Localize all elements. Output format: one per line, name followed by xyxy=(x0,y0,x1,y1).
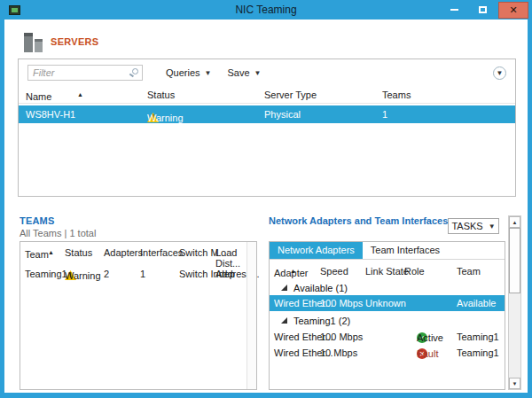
teams-table: Team▲ Status Adapters Interfaces Switch … xyxy=(20,241,257,390)
server-row-selected[interactable]: WS8HV-H1 Warning Physical 1 xyxy=(19,105,515,123)
tasks-button[interactable]: TASKS▼ xyxy=(448,218,499,234)
servers-toolbar: Queries▼ Save▼ ▼ xyxy=(19,59,515,86)
adapter-speed: 10 Mbps xyxy=(320,347,357,358)
servers-heading: SERVERS xyxy=(51,36,98,47)
sort-ascending-icon: ▲ xyxy=(290,268,296,274)
group-header-available[interactable]: Available (1) xyxy=(281,282,348,294)
team-status: Warning xyxy=(65,270,101,281)
column-header-role[interactable]: Role xyxy=(404,266,425,277)
team-interfaces-count: 1 xyxy=(140,269,145,279)
adapter-link-state: Unknown xyxy=(365,298,406,308)
team-adapters-count: 2 xyxy=(104,269,109,279)
server-type: Physical xyxy=(264,109,301,120)
collapse-chevron-button[interactable]: ▼ xyxy=(493,66,506,80)
adapter-speed: 100 Mbps xyxy=(320,298,363,308)
window-content: SERVERS Queries▼ Save▼ ▼ Name▲ Status Se xyxy=(4,20,528,393)
filter-input[interactable] xyxy=(27,65,143,81)
search-icon xyxy=(132,68,138,74)
column-header-interfaces[interactable]: Interfaces xyxy=(140,247,183,258)
server-name: WS8HV-H1 xyxy=(26,109,75,120)
teams-table-header: Team▲ Status Adapters Interfaces Switch … xyxy=(20,246,256,261)
column-header-speed[interactable]: Speed xyxy=(320,266,348,277)
adapters-table: Network Adapters Team Interfaces Adapter… xyxy=(269,241,505,390)
column-header-server-type[interactable]: Server Type xyxy=(264,90,317,100)
adapter-role: Fault xyxy=(417,348,438,359)
column-header-status[interactable]: Status xyxy=(147,90,175,100)
chevron-down-icon: ▼ xyxy=(205,69,212,77)
server-teams-count: 1 xyxy=(382,109,387,120)
save-dropdown[interactable]: Save▼ xyxy=(227,67,261,78)
column-header-teams[interactable]: Teams xyxy=(382,90,411,100)
adapters-panel-heading: Network Adapters and Team Interfaces xyxy=(269,215,455,226)
teams-subtitle: All Teams | 1 total xyxy=(20,228,96,238)
sort-ascending-icon: ▲ xyxy=(77,91,83,98)
queries-dropdown[interactable]: Queries▼ xyxy=(166,67,211,78)
tab-team-interfaces[interactable]: Team Interfaces xyxy=(363,242,448,259)
close-icon: ✕ xyxy=(509,4,517,16)
adapter-team: Available xyxy=(457,298,496,308)
sort-ascending-icon: ▲ xyxy=(48,249,54,255)
column-header-adapters[interactable]: Adapters xyxy=(104,247,143,258)
adapter-speed: 100 Mbps xyxy=(320,332,363,342)
adapter-row[interactable]: Wired Ether... 10 Mbps ↓Disconnected ✕Fa… xyxy=(270,346,505,363)
minimize-button[interactable] xyxy=(442,2,466,18)
adapter-team: Teaming1 xyxy=(457,332,499,342)
maximize-icon xyxy=(479,6,487,13)
column-header-status[interactable]: Status xyxy=(65,247,92,258)
vertical-scrollbar[interactable]: ▲ ▼ xyxy=(508,215,521,390)
servers-icon xyxy=(24,33,47,52)
scrollbar-thumb[interactable] xyxy=(509,228,520,293)
adapters-table-header: Adapter▲ Speed Link State Role Team xyxy=(270,264,505,280)
chevron-down-icon: ▼ xyxy=(254,69,262,77)
servers-panel: Queries▼ Save▼ ▼ Name▲ Status Server Typ… xyxy=(18,59,516,197)
adapters-tabs: Network Adapters Team Interfaces xyxy=(270,242,505,260)
column-header-link-state[interactable]: Link State xyxy=(365,266,409,277)
scroll-up-button[interactable]: ▲ xyxy=(509,216,520,228)
teams-heading: TEAMS xyxy=(20,215,55,226)
team-row[interactable]: Teaming1 Warning 2 1 Switch Indep Addres… xyxy=(20,265,256,283)
scroll-down-button[interactable]: ▼ xyxy=(509,378,520,389)
maximize-button[interactable] xyxy=(470,2,495,18)
expander-icon[interactable] xyxy=(281,317,287,324)
close-button[interactable]: ✕ xyxy=(498,2,528,19)
group-header-teaming1[interactable]: Teaming1 (2) xyxy=(281,315,350,327)
adapter-row[interactable]: Wired Ether... 100 Mbps ↑Connected ✓Acti… xyxy=(270,330,505,347)
server-status: Warning xyxy=(147,113,184,123)
window-controls: ✕ xyxy=(442,0,528,20)
expander-icon[interactable] xyxy=(281,285,287,291)
nic-teaming-window: NIC Teaming ✕ SERVERS Queries▼ xyxy=(0,0,532,398)
adapter-row-selected[interactable]: Wired Ether... 100 Mbps Unknown Availabl… xyxy=(270,295,505,311)
adapter-role: Active xyxy=(417,332,443,343)
tab-network-adapters[interactable]: Network Adapters xyxy=(270,242,363,259)
filter-field xyxy=(27,65,143,81)
chevron-down-icon: ▼ xyxy=(489,222,496,230)
servers-table-header: Name▲ Status Server Type Teams xyxy=(19,88,515,104)
titlebar: NIC Teaming ✕ xyxy=(0,0,532,20)
minimize-icon xyxy=(450,9,458,11)
team-name: Teaming1 xyxy=(25,269,67,279)
column-header-team[interactable]: Team xyxy=(457,266,481,277)
adapter-team: Teaming1 xyxy=(457,347,499,358)
teams-scrollbar-track[interactable] xyxy=(246,242,256,389)
